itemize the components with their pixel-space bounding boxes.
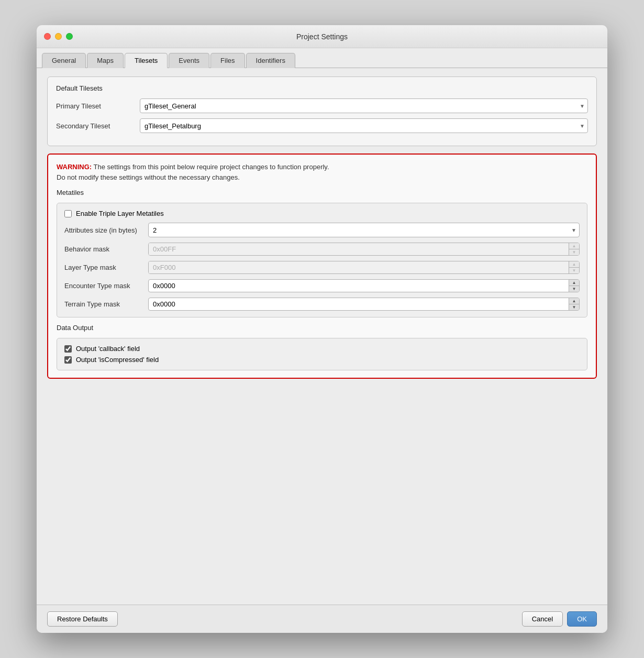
primary-tileset-label: Primary Tileset xyxy=(56,102,140,110)
metatiles-panel: Enable Triple Layer Metatiles Attributes… xyxy=(57,203,587,317)
encounter-type-mask-input[interactable] xyxy=(149,280,569,292)
default-tilesets-panel: Default Tilesets Primary Tileset gTilese… xyxy=(47,76,597,146)
warning-message: WARNING: The settings from this point be… xyxy=(57,162,587,182)
default-tilesets-title: Default Tilesets xyxy=(56,84,588,92)
warning-section: WARNING: The settings from this point be… xyxy=(47,153,597,379)
encounter-type-mask-label: Encounter Type mask xyxy=(64,282,148,290)
cancel-button[interactable]: Cancel xyxy=(522,611,563,627)
titlebar: Project Settings xyxy=(37,25,607,48)
primary-tileset-control: gTileset_General gTileset_Petalburg ▼ xyxy=(140,98,588,113)
behavior-mask-control: ▲ ▼ xyxy=(148,243,580,256)
metatiles-title: Metatiles xyxy=(57,189,587,196)
action-buttons: Cancel OK xyxy=(522,611,597,627)
tab-tilesets[interactable]: Tilesets xyxy=(125,53,168,68)
compressed-checkbox[interactable] xyxy=(64,356,72,364)
warning-body: The settings from this point below requi… xyxy=(92,163,329,171)
attributes-size-label: Attributes size (in bytes) xyxy=(64,226,148,234)
maximize-button[interactable] xyxy=(66,33,73,40)
compressed-label: Output 'isCompressed' field xyxy=(76,356,159,364)
behavior-mask-row: Behavior mask ▲ ▼ xyxy=(64,243,580,256)
tab-bar: General Maps Tilesets Events Files Ident… xyxy=(37,48,607,68)
enable-triple-checkbox[interactable] xyxy=(64,210,72,217)
terrain-type-mask-down-button[interactable]: ▼ xyxy=(569,304,579,310)
close-button[interactable] xyxy=(44,33,51,40)
window: Project Settings General Maps Tilesets E… xyxy=(37,25,607,633)
behavior-mask-spinbox-buttons: ▲ ▼ xyxy=(569,243,579,255)
minimize-button[interactable] xyxy=(55,33,62,40)
layer-type-mask-input xyxy=(149,261,569,273)
encounter-type-mask-row: Encounter Type mask ▲ ▼ xyxy=(64,279,580,292)
tab-events[interactable]: Events xyxy=(169,53,209,68)
tab-maps[interactable]: Maps xyxy=(87,53,124,68)
attributes-size-row: Attributes size (in bytes) 1 2 4 ▼ xyxy=(64,223,580,237)
encounter-type-mask-down-button[interactable]: ▼ xyxy=(569,286,579,292)
encounter-type-mask-spinbox: ▲ ▼ xyxy=(148,279,580,292)
enable-triple-row: Enable Triple Layer Metatiles xyxy=(64,210,580,217)
primary-tileset-row: Primary Tileset gTileset_General gTilese… xyxy=(56,98,588,113)
behavior-mask-spinbox: ▲ ▼ xyxy=(148,243,580,256)
encounter-type-mask-spinbox-buttons: ▲ ▼ xyxy=(569,280,579,292)
callback-checkbox[interactable] xyxy=(64,345,72,353)
attributes-size-select-wrapper: 1 2 4 ▼ xyxy=(148,223,580,237)
compressed-row: Output 'isCompressed' field xyxy=(64,356,580,364)
primary-tileset-select-wrapper: gTileset_General gTileset_Petalburg ▼ xyxy=(140,98,588,113)
primary-tileset-select[interactable]: gTileset_General gTileset_Petalburg xyxy=(140,98,588,113)
window-title: Project Settings xyxy=(296,32,348,41)
main-content: Default Tilesets Primary Tileset gTilese… xyxy=(37,68,607,605)
layer-type-mask-down-button: ▼ xyxy=(569,268,579,273)
terrain-type-mask-control: ▲ ▼ xyxy=(148,298,580,311)
tab-general[interactable]: General xyxy=(42,53,86,68)
terrain-type-mask-spinbox-buttons: ▲ ▼ xyxy=(569,298,579,310)
layer-type-mask-up-button: ▲ xyxy=(569,261,579,268)
attributes-size-control: 1 2 4 ▼ xyxy=(148,223,580,237)
tab-files[interactable]: Files xyxy=(210,53,245,68)
callback-label: Output 'callback' field xyxy=(76,345,140,353)
behavior-mask-input xyxy=(149,243,569,255)
data-output-panel: Output 'callback' field Output 'isCompre… xyxy=(57,338,587,370)
secondary-tileset-label: Secondary Tileset xyxy=(56,122,140,130)
secondary-tileset-control: gTileset_General gTileset_Petalburg ▼ xyxy=(140,118,588,133)
traffic-lights xyxy=(44,33,73,40)
secondary-tileset-row: Secondary Tileset gTileset_General gTile… xyxy=(56,118,588,133)
behavior-mask-label: Behavior mask xyxy=(64,245,148,253)
layer-type-mask-control: ▲ ▼ xyxy=(148,261,580,274)
terrain-type-mask-row: Terrain Type mask ▲ ▼ xyxy=(64,298,580,311)
restore-defaults-button[interactable]: Restore Defaults xyxy=(47,611,118,627)
terrain-type-mask-input[interactable] xyxy=(149,298,569,310)
warning-label: WARNING: xyxy=(57,163,92,171)
encounter-type-mask-control: ▲ ▼ xyxy=(148,279,580,292)
ok-button[interactable]: OK xyxy=(567,611,597,627)
attributes-size-select[interactable]: 1 2 4 xyxy=(148,223,580,237)
terrain-type-mask-up-button[interactable]: ▲ xyxy=(569,298,579,304)
warning-subtext: Do not modify these settings without the… xyxy=(57,173,240,181)
layer-type-mask-spinbox-buttons: ▲ ▼ xyxy=(569,261,579,273)
layer-type-mask-row: Layer Type mask ▲ ▼ xyxy=(64,261,580,274)
data-output-title: Data Output xyxy=(57,324,587,332)
behavior-mask-up-button: ▲ xyxy=(569,243,579,249)
secondary-tileset-select[interactable]: gTileset_General gTileset_Petalburg xyxy=(140,118,588,133)
enable-triple-label: Enable Triple Layer Metatiles xyxy=(76,210,164,217)
terrain-type-mask-label: Terrain Type mask xyxy=(64,300,148,308)
bottom-bar: Restore Defaults Cancel OK xyxy=(37,605,607,633)
behavior-mask-down-button: ▼ xyxy=(569,249,579,255)
terrain-type-mask-spinbox: ▲ ▼ xyxy=(148,298,580,311)
layer-type-mask-label: Layer Type mask xyxy=(64,264,148,271)
tab-identifiers[interactable]: Identifiers xyxy=(246,53,295,68)
layer-type-mask-spinbox: ▲ ▼ xyxy=(148,261,580,274)
callback-row: Output 'callback' field xyxy=(64,345,580,353)
encounter-type-mask-up-button[interactable]: ▲ xyxy=(569,280,579,286)
secondary-tileset-select-wrapper: gTileset_General gTileset_Petalburg ▼ xyxy=(140,118,588,133)
